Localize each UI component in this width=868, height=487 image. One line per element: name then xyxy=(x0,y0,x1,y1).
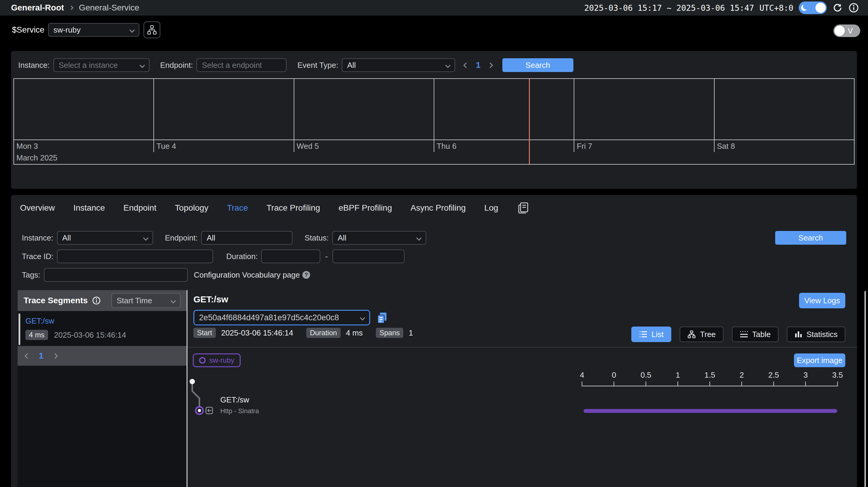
copy-icon xyxy=(377,312,388,324)
event-type-select[interactable]: All xyxy=(342,58,455,72)
duration-min-input[interactable] xyxy=(267,252,315,261)
calendar-day-cell xyxy=(14,79,153,140)
segments-pagination: 1 xyxy=(18,346,187,366)
event-instance-select[interactable] xyxy=(54,58,150,72)
list-scrollbar[interactable] xyxy=(19,313,20,345)
topology-shortcut-button[interactable] xyxy=(144,22,160,38)
service-legend-chip[interactable]: sw-ruby xyxy=(193,353,241,367)
duration-min-field[interactable] xyxy=(261,250,320,263)
copy-trace-id-button[interactable] xyxy=(377,312,388,326)
changelog-button[interactable] xyxy=(518,202,529,214)
trace-endpoint-input[interactable] xyxy=(207,233,287,242)
legend-circle-icon xyxy=(199,357,206,364)
calendar-day-label: Wed 5 xyxy=(294,140,434,152)
start-tag: Start xyxy=(193,328,216,338)
tab[interactable]: Instance xyxy=(73,203,105,213)
page-number[interactable]: 1 xyxy=(39,351,43,361)
event-endpoint-input[interactable] xyxy=(202,61,281,70)
info-button[interactable] xyxy=(848,2,859,13)
time-range[interactable]: 2025-03-06 15:17 ~ 2025-03-06 15:47 xyxy=(584,3,754,12)
trace-id-input[interactable] xyxy=(62,252,208,261)
span-component: Http - Sinatra xyxy=(220,407,259,415)
prev-page-icon[interactable] xyxy=(464,62,469,68)
variables-toggle[interactable]: V xyxy=(833,25,860,37)
view-mode-list-button[interactable]: List xyxy=(631,326,671,342)
next-page-icon[interactable] xyxy=(488,62,493,68)
view-mode-table-button[interactable]: Table xyxy=(732,326,778,342)
segments-sort-select[interactable]: Start Time xyxy=(111,293,181,308)
tags-input[interactable] xyxy=(49,270,182,280)
trace-id-field[interactable] xyxy=(57,250,213,263)
view-mode-tree-button[interactable]: Tree xyxy=(680,326,723,342)
breadcrumb-current[interactable]: General-Service xyxy=(79,3,139,12)
view-logs-button[interactable]: View Logs xyxy=(799,293,845,308)
duration-separator: - xyxy=(325,252,328,261)
event-endpoint-field[interactable] xyxy=(196,58,286,72)
table-icon xyxy=(740,331,748,338)
tab[interactable]: eBPF Profiling xyxy=(339,203,392,213)
next-page-icon[interactable] xyxy=(52,353,58,359)
span-name[interactable]: GET:/sw xyxy=(220,395,249,404)
event-calendar[interactable]: Mon 3Tue 4Wed 5Thu 6Fri 7Sat 8 March 202… xyxy=(13,78,855,165)
calendar-day-label: Sat 8 xyxy=(714,140,854,152)
trace-filter: Instance: All Endpoint: Status: All Trac… xyxy=(11,231,857,282)
bar-chart-icon xyxy=(795,331,802,338)
trace-filter-row-2: Trace ID: Duration: - xyxy=(22,250,846,263)
breadcrumb-root[interactable]: General-Root xyxy=(11,3,64,12)
event-instance-input[interactable] xyxy=(59,61,140,70)
tags-field[interactable] xyxy=(44,268,188,282)
event-search-button[interactable]: Search xyxy=(502,58,574,72)
divider xyxy=(187,347,857,347)
axis-tick: 3 xyxy=(804,371,808,386)
tab[interactable]: Async Profiling xyxy=(410,203,466,213)
duration-max-field[interactable] xyxy=(333,250,404,263)
event-type-label: Event Type: xyxy=(297,61,338,70)
trace-segments-header: Trace Segments Start Time xyxy=(18,290,187,311)
view-mode-switcher: List Tree Table Statistics xyxy=(631,326,845,342)
trace-search-button[interactable]: Search xyxy=(775,231,846,245)
refresh-button[interactable] xyxy=(832,2,843,13)
tab[interactable]: Topology xyxy=(175,203,208,213)
timezone[interactable]: UTC+8:0 xyxy=(760,3,794,12)
calendar-day-cell xyxy=(574,79,714,140)
trace-instance-select[interactable]: All xyxy=(57,231,153,245)
duration-max-input[interactable] xyxy=(338,252,399,261)
info-icon[interactable] xyxy=(92,296,101,305)
trace-endpoint-field[interactable] xyxy=(201,231,292,245)
trace-root-node xyxy=(190,379,195,384)
tab[interactable]: Trace Profiling xyxy=(267,203,320,213)
chevron-down-icon xyxy=(360,315,365,320)
page-number[interactable]: 1 xyxy=(476,60,480,70)
page-scrollbar[interactable] xyxy=(864,291,866,487)
trace-id-select[interactable]: 2e50a4f6884d497a81e97d5c4c20e0c8 xyxy=(193,310,370,325)
tab[interactable]: Endpoint xyxy=(124,203,157,213)
tab[interactable]: Log xyxy=(484,203,498,213)
segments-items: GET:/sw 4 ms 2025-03-06 15:46:14 xyxy=(25,316,181,340)
export-image-button[interactable]: Export image xyxy=(794,353,845,367)
trace-segment-item[interactable]: GET:/sw 4 ms 2025-03-06 15:46:14 xyxy=(25,316,181,340)
toggle-knob xyxy=(835,26,845,36)
event-timeline-panel: Instance: Endpoint: Event Type: All 1 Se… xyxy=(11,51,857,189)
tab[interactable]: Overview xyxy=(20,203,55,213)
axis-tick: 2.5 xyxy=(768,371,779,386)
view-mode-statistics-button[interactable]: Statistics xyxy=(787,326,845,342)
vocabulary-link[interactable]: Configuration Vocabulary page ? xyxy=(194,270,311,280)
span-duration-bar[interactable] xyxy=(584,409,837,413)
segments-sort-value: Start Time xyxy=(117,296,152,305)
tab[interactable]: Trace xyxy=(227,203,248,213)
moon-icon xyxy=(800,3,809,12)
axis-tick: 0 xyxy=(612,371,616,386)
axis-tick: 2 xyxy=(740,371,744,386)
trace-status-select[interactable]: All xyxy=(332,231,426,245)
trace-filter-row-1: Instance: All Endpoint: Status: All xyxy=(22,231,846,245)
duration-label: Duration: xyxy=(226,252,258,261)
trace-id-value: 2e50a4f6884d497a81e97d5c4c20e0c8 xyxy=(199,313,339,322)
prev-page-icon[interactable] xyxy=(25,353,30,359)
start-value: 2025-03-06 15:46:14 xyxy=(221,328,293,338)
trace-filter-row-3: Tags: Configuration Vocabulary page ? xyxy=(22,268,846,282)
trace-segments-panel: Trace Segments Start Time GET:/sw 4 ms xyxy=(18,290,187,487)
service-select[interactable]: sw-ruby xyxy=(48,23,140,37)
trace-info-row: Start 2025-03-06 15:46:14 Duration 4 ms … xyxy=(193,328,421,338)
dark-mode-toggle[interactable] xyxy=(799,1,827,14)
axis-tick: 0.5 xyxy=(641,371,651,386)
